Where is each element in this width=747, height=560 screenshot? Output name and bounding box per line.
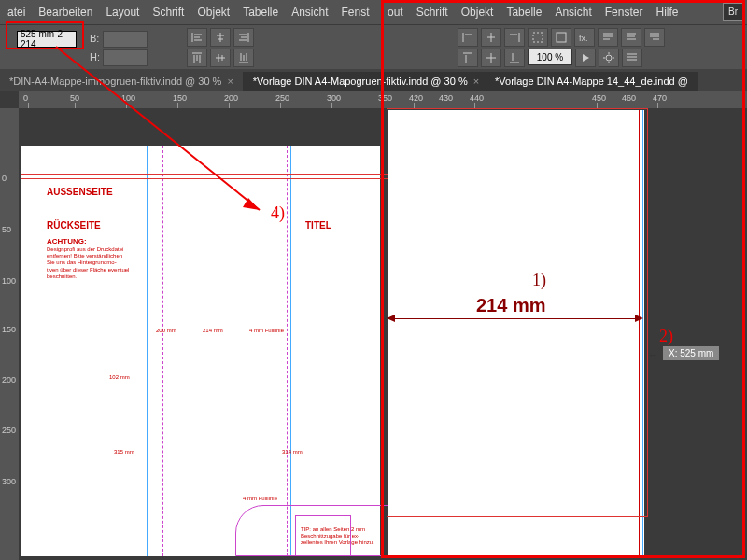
dimension-line bbox=[390, 318, 641, 319]
guide-1[interactable] bbox=[147, 146, 148, 556]
r-select-content-icon[interactable] bbox=[551, 28, 571, 47]
annotation-1: 1) bbox=[532, 271, 546, 290]
dim-315: 315 mm bbox=[114, 449, 134, 455]
svg-point-3 bbox=[606, 55, 612, 61]
r-align-top-icon[interactable] bbox=[458, 49, 478, 67]
dim-102: 102 mm bbox=[109, 374, 130, 380]
r-align-mid-icon[interactable] bbox=[481, 49, 501, 67]
position-tooltip: X: 525 mm bbox=[663, 346, 719, 360]
dimension-label: 214 mm bbox=[476, 295, 546, 316]
control-bar: 525 mm-2-214 B: H: fx. 100 % bbox=[0, 24, 747, 69]
menu2-fenster[interactable]: Fenster bbox=[605, 6, 643, 19]
width-label: B: bbox=[90, 33, 99, 44]
zoom-input[interactable]: 100 % bbox=[528, 49, 572, 65]
r-align-left-icon[interactable] bbox=[458, 28, 478, 47]
r-para-just-icon[interactable] bbox=[622, 49, 642, 67]
vertical-ruler: 015010050200250300 bbox=[0, 108, 19, 560]
guide-4[interactable] bbox=[290, 146, 291, 556]
canvas-area[interactable]: 050100150200250300350420430440450460470 … bbox=[0, 91, 747, 560]
svg-text:fx.: fx. bbox=[579, 34, 588, 43]
menu-schrift[interactable]: Schrift bbox=[152, 6, 184, 19]
close-icon[interactable]: × bbox=[227, 76, 233, 87]
menu2-objekt[interactable]: Objekt bbox=[461, 6, 494, 19]
dim-4fl2: 4 mm Fülllinie bbox=[243, 496, 277, 501]
text-achtung-body: Designprofi aus der Druckdatei entfernen… bbox=[47, 246, 131, 280]
menu-layout[interactable]: Layout bbox=[106, 6, 139, 19]
height-input[interactable] bbox=[103, 49, 148, 66]
menu2-layout[interactable]: out bbox=[388, 6, 403, 19]
r-para-center-icon[interactable] bbox=[621, 28, 641, 47]
r-align-center-icon[interactable] bbox=[481, 28, 501, 47]
menu-bar: 3) atei Bearbeiten Layout Schrift Objekt… bbox=[0, 0, 747, 24]
bleed-frame-left bbox=[21, 174, 388, 179]
align-top-icon[interactable] bbox=[187, 49, 207, 67]
text-achtung: ACHTUNG: bbox=[47, 237, 87, 245]
text-titel: TITEL bbox=[305, 220, 331, 231]
tab-label: *DIN-A4-Mappe-immogruen-fiktiv.indd @ 30… bbox=[9, 76, 221, 87]
close-icon[interactable]: × bbox=[473, 76, 479, 87]
align-right-icon[interactable] bbox=[233, 28, 254, 47]
menu-fenster[interactable]: Fenst bbox=[342, 6, 370, 19]
r-align-right-icon[interactable] bbox=[504, 28, 525, 47]
width-input[interactable] bbox=[103, 31, 148, 48]
r-brightness-icon[interactable] bbox=[599, 49, 619, 67]
dim-314a: 214 mm bbox=[203, 328, 223, 333]
r-para-right-icon[interactable] bbox=[644, 28, 665, 47]
guide-2[interactable] bbox=[162, 146, 163, 556]
align-bottom-icon[interactable] bbox=[233, 49, 254, 67]
menu2-schrift[interactable]: Schrift bbox=[416, 6, 448, 19]
page-left[interactable]: AUSSENSEITE RÜCKSEITE ACHTUNG: Designpro… bbox=[21, 146, 380, 556]
r-play-icon[interactable] bbox=[575, 49, 596, 67]
dim-4fl: 4 mm Fülllinie bbox=[249, 328, 284, 333]
flap-box bbox=[295, 515, 351, 556]
align-left-icon[interactable] bbox=[187, 28, 207, 47]
tab-label: *Vorlage DIN A4-Mapogruen-fiktiv.indd @ … bbox=[253, 76, 468, 87]
menu-objekt[interactable]: Objekt bbox=[197, 6, 230, 19]
dimension-arrowhead-right bbox=[635, 315, 643, 322]
tab-doc-2[interactable]: *Vorlage DIN A4-Mapogruen-fiktiv.indd @ … bbox=[244, 72, 489, 91]
align-middle-icon[interactable] bbox=[210, 49, 231, 67]
document-tabs: *DIN-A4-Mappe-immogruen-fiktiv.indd @ 30… bbox=[0, 69, 747, 91]
r-align-bot-icon[interactable] bbox=[504, 49, 525, 67]
annotation-2: 2) bbox=[659, 327, 673, 346]
align-center-icon[interactable] bbox=[210, 28, 231, 47]
menu2-tabelle[interactable]: Tabelle bbox=[506, 6, 542, 19]
r-fx-icon[interactable]: fx. bbox=[574, 28, 595, 47]
menu2-ansicht[interactable]: Ansicht bbox=[555, 6, 591, 19]
tab-doc-1[interactable]: *DIN-A4-Mappe-immogruen-fiktiv.indd @ 30… bbox=[0, 72, 244, 91]
text-aussenseite: AUSSENSEITE bbox=[47, 187, 113, 197]
r-select-container-icon[interactable] bbox=[528, 28, 548, 47]
height-label: H: bbox=[90, 51, 100, 63]
menu-ansicht[interactable]: Ansicht bbox=[291, 6, 328, 19]
horizontal-ruler: 050100150200250300350420430440450460470 bbox=[19, 91, 747, 108]
menu-bearbeiten[interactable]: Bearbeiten bbox=[38, 6, 92, 19]
dim-200: 200 mm bbox=[156, 328, 176, 333]
text-rueckseite: RÜCKSEITE bbox=[47, 220, 101, 231]
tab-doc-3[interactable]: *Vorlage DIN A4-Mappe 14_44_de.indd @ bbox=[486, 72, 698, 91]
svg-rect-1 bbox=[557, 33, 566, 42]
menu-mirror: out Schrift Objekt Tabelle Ansicht Fenst… bbox=[388, 6, 678, 19]
dimension-arrowhead-left bbox=[387, 315, 395, 322]
guide-3[interactable] bbox=[287, 146, 288, 556]
bridge-icon[interactable]: Br bbox=[723, 3, 743, 21]
menu2-hilfe[interactable]: Hilfe bbox=[655, 6, 678, 19]
annotation-4: 4) bbox=[271, 203, 285, 223]
dim-314b: 314 mm bbox=[282, 449, 303, 455]
resize-cursor-icon: ↔ bbox=[648, 349, 658, 360]
r-para-left-icon[interactable] bbox=[598, 28, 618, 47]
menu-datei[interactable]: atei bbox=[7, 6, 25, 19]
tab-label: *Vorlage DIN A4-Mappe 14_44_de.indd @ bbox=[495, 76, 688, 87]
svg-rect-0 bbox=[533, 33, 543, 42]
x-position-input[interactable]: 525 mm-2-214 bbox=[17, 31, 77, 48]
menu-tabelle[interactable]: Tabelle bbox=[243, 6, 278, 19]
